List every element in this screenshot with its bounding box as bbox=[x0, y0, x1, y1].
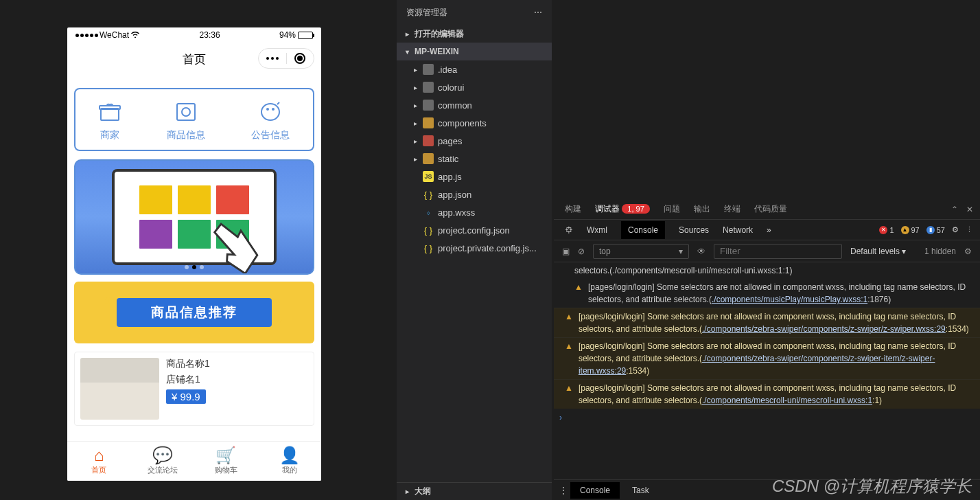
chevron-right-icon: ▸ bbox=[412, 137, 419, 145]
warning-row: ▲[pages/login/login] Some selectors are … bbox=[554, 279, 980, 308]
signal-indicator: WeChat bbox=[75, 30, 140, 40]
product-card[interactable]: 商品名称1 店铺名1 ¥ 99.9 bbox=[74, 352, 314, 426]
file-name: common bbox=[438, 100, 472, 111]
eye-icon[interactable]: 👁 bbox=[697, 247, 705, 256]
wifi-icon bbox=[130, 30, 140, 40]
menu-item-notice[interactable]: 公告信息 bbox=[251, 102, 290, 141]
tab-bar: ⌂首页 💬交流论坛 🛒购物车 👤我的 bbox=[67, 441, 321, 481]
section-open-editors[interactable]: ▸打开的编辑器 bbox=[397, 25, 552, 43]
promo-section: 商品信息推荐 bbox=[74, 282, 314, 343]
gear-icon[interactable]: ⚙ bbox=[952, 225, 959, 234]
more-icon[interactable]: ⋯ bbox=[534, 8, 542, 17]
cart-icon: 🛒 bbox=[215, 447, 236, 464]
tree-item[interactable]: ▸colorui bbox=[397, 78, 552, 96]
context-select[interactable]: top▾ bbox=[593, 244, 689, 259]
shop-name: 店铺名1 bbox=[166, 374, 308, 386]
footer-tab-console[interactable]: Console bbox=[570, 482, 620, 499]
file-name: static bbox=[438, 154, 458, 164]
section-project[interactable]: ▾MP-WEIXIN bbox=[397, 43, 552, 60]
menu-label: 商品信息 bbox=[167, 129, 205, 141]
swiper-banner[interactable] bbox=[74, 159, 314, 275]
tab-forum[interactable]: 💬交流论坛 bbox=[131, 442, 195, 481]
console-toolbar: ▣ ⊘ top▾ 👁 Default levels ▾ 1 hidden ⚙ bbox=[554, 240, 980, 262]
capsule-menu-icon[interactable] bbox=[259, 57, 286, 60]
tree-item[interactable]: ▸pages bbox=[397, 132, 552, 150]
tree-item[interactable]: ▸common bbox=[397, 96, 552, 114]
tree-item[interactable]: ⬨app.wxss bbox=[397, 203, 552, 221]
palette-icon bbox=[259, 102, 281, 122]
chevron-right-icon: ▸ bbox=[412, 120, 419, 127]
explorer-header: 资源管理器 ⋯ bbox=[397, 0, 552, 25]
source-link[interactable]: ./components/mescroll-uni/mescroll-uni.w… bbox=[702, 396, 872, 405]
footer-tab-task[interactable]: Task bbox=[622, 482, 659, 499]
hidden-count[interactable]: 1 hidden bbox=[924, 247, 956, 256]
tab-terminal[interactable]: 终端 bbox=[724, 203, 740, 215]
gear-icon[interactable]: ⚙ bbox=[964, 247, 972, 256]
tree-item[interactable]: { }app.json bbox=[397, 185, 552, 203]
filter-input[interactable] bbox=[714, 244, 842, 259]
page-body[interactable]: 商家 商品信息 公告信息 商品信息推荐 bbox=[67, 76, 321, 441]
error-count[interactable]: ✕1 bbox=[879, 226, 894, 234]
json-icon: { } bbox=[423, 242, 434, 253]
section-outline[interactable]: ▸大纲 bbox=[397, 482, 552, 500]
subtab-sources[interactable]: Sources bbox=[679, 225, 709, 235]
warning-row: ▲[pages/login/login] Some selectors are … bbox=[554, 337, 980, 379]
kebab-icon[interactable]: ⋮ bbox=[966, 225, 973, 234]
tree-item[interactable]: { }project.config.json bbox=[397, 221, 552, 239]
tab-build[interactable]: 构建 bbox=[565, 203, 581, 215]
subtab-console[interactable]: Console bbox=[621, 221, 665, 239]
time-label: 23:36 bbox=[200, 30, 220, 40]
source-link[interactable]: ./components/musicPlay/musicPlay.wxss:1 bbox=[712, 295, 867, 304]
explorer-title: 资源管理器 bbox=[406, 7, 447, 19]
tab-home[interactable]: ⌂首页 bbox=[67, 442, 131, 481]
warning-icon: ▲ bbox=[565, 382, 573, 407]
close-icon[interactable]: ✕ bbox=[966, 205, 973, 214]
price-tag: ¥ 99.9 bbox=[166, 389, 206, 404]
tab-debugger[interactable]: 调试器 1, 97 bbox=[595, 203, 650, 215]
devtools-main-tabs: 构建 调试器 1, 97 问题 输出 终端 代码质量 ⌃ ✕ bbox=[554, 199, 980, 220]
wxss-icon: ⬨ bbox=[423, 207, 434, 218]
tab-cart[interactable]: 🛒购物车 bbox=[194, 442, 258, 481]
console-prompt[interactable]: › bbox=[554, 409, 980, 427]
folder-icon bbox=[423, 82, 434, 93]
tab-issues[interactable]: 问题 bbox=[664, 203, 680, 215]
overflow-icon[interactable]: » bbox=[767, 225, 771, 235]
tab-output[interactable]: 输出 bbox=[694, 203, 710, 215]
tree-item[interactable]: JSapp.js bbox=[397, 168, 552, 185]
menu-label: 公告信息 bbox=[251, 129, 290, 141]
file-name: app.wxss bbox=[438, 207, 475, 218]
subtab-network[interactable]: Network bbox=[723, 225, 753, 235]
clear-icon[interactable]: ⊘ bbox=[578, 247, 585, 256]
sidebar-toggle-icon[interactable]: ▣ bbox=[562, 247, 570, 256]
source-link[interactable]: ./components/zebra-swiper/components/z-s… bbox=[702, 324, 946, 334]
chevron-down-icon: ▾ bbox=[404, 48, 410, 56]
info-count[interactable]: ▮57 bbox=[926, 226, 945, 234]
menu-item-products[interactable]: 商品信息 bbox=[167, 102, 205, 141]
subtab-wxml[interactable]: Wxml bbox=[587, 225, 607, 235]
promo-title: 商品信息推荐 bbox=[117, 298, 272, 327]
tree-item[interactable]: { }project.private.config.js... bbox=[397, 239, 552, 257]
file-name: project.config.json bbox=[438, 225, 510, 236]
svg-point-6 bbox=[272, 108, 275, 111]
tab-code-quality[interactable]: 代码质量 bbox=[754, 203, 787, 215]
carrier-label: WeChat bbox=[100, 30, 129, 40]
capsule-close-icon[interactable] bbox=[286, 53, 314, 64]
tree-item[interactable]: ▸.idea bbox=[397, 60, 552, 78]
levels-select[interactable]: Default levels ▾ bbox=[850, 247, 906, 256]
tree-item[interactable]: ▸static bbox=[397, 150, 552, 168]
capsule-button[interactable] bbox=[258, 48, 314, 69]
kebab-icon[interactable]: ⋮ bbox=[559, 486, 568, 495]
menu-item-merchant[interactable]: 商家 bbox=[99, 102, 121, 141]
inspect-icon[interactable]: ⯐ bbox=[565, 225, 573, 235]
tree-item[interactable]: ▸components bbox=[397, 114, 552, 132]
console-output[interactable]: selectors.(./components/mescroll-uni/mes… bbox=[554, 262, 980, 479]
chevron-up-icon[interactable]: ⌃ bbox=[951, 205, 958, 214]
json-icon: { } bbox=[423, 189, 434, 200]
file-name: components bbox=[438, 118, 487, 128]
user-icon: 👤 bbox=[279, 447, 300, 464]
source-link[interactable]: ./components/zebra-swiper/components/z-s… bbox=[579, 354, 935, 376]
folder-icon bbox=[423, 135, 434, 146]
warning-count[interactable]: ▲97 bbox=[901, 226, 920, 234]
devtools-footer: ⋮ Console Task bbox=[554, 479, 980, 500]
tab-mine[interactable]: 👤我的 bbox=[258, 442, 322, 481]
